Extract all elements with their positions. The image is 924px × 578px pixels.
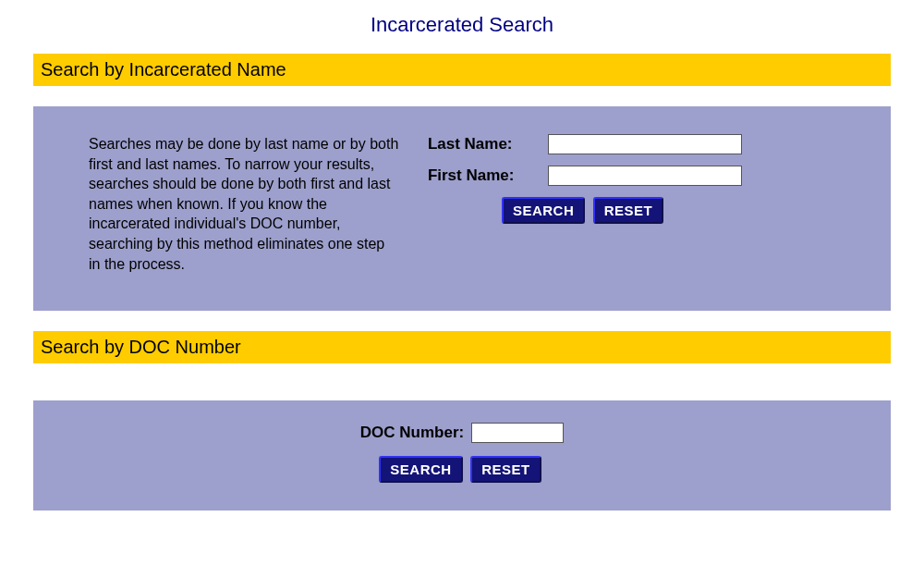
doc-reset-button[interactable]: RESET [470, 456, 541, 483]
page-title: Incarcerated Search [0, 0, 924, 54]
doc-number-input[interactable] [471, 423, 564, 443]
search-by-name-panel: Searches may be done by last name or by … [33, 106, 891, 311]
name-search-form: Last Name: First Name: SEARCH RESET [428, 134, 891, 274]
first-name-input[interactable] [548, 166, 742, 186]
name-search-button[interactable]: SEARCH [502, 197, 585, 224]
search-by-doc-panel: DOC Number: SEARCH RESET [33, 400, 891, 510]
last-name-input[interactable] [548, 134, 742, 154]
last-name-label: Last Name: [428, 135, 548, 154]
doc-number-label: DOC Number: [360, 424, 464, 442]
section-header-name: Search by Incarcerated Name [33, 54, 891, 86]
first-name-label: First Name: [428, 166, 548, 185]
section-header-doc: Search by DOC Number [33, 331, 891, 363]
doc-search-button[interactable]: SEARCH [379, 456, 462, 483]
name-reset-button[interactable]: RESET [593, 197, 664, 224]
instructions-text: Searches may be done by last name or by … [33, 134, 428, 274]
